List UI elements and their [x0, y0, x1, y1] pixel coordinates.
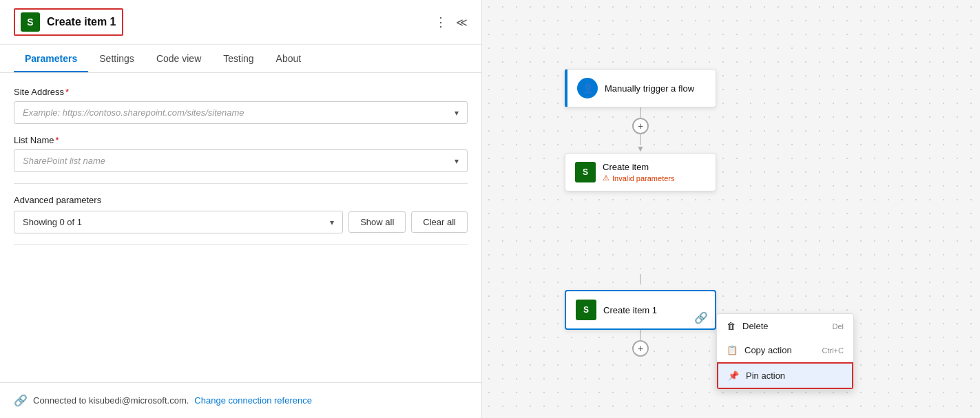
- delete-label: Delete: [742, 321, 769, 331]
- tab-settings[interactable]: Settings: [88, 45, 145, 72]
- flow-canvas: 👤 Manually trigger a flow + ▼ S Create i…: [482, 0, 980, 418]
- sharepoint-icon: S: [21, 12, 40, 32]
- create-item-node[interactable]: S Create item ⚠ Invalid parameters: [565, 153, 716, 191]
- divider-1: [14, 183, 468, 184]
- pin-item-left: 📌 Pin action: [728, 370, 785, 381]
- show-all-button[interactable]: Show all: [348, 211, 406, 233]
- tab-testing[interactable]: Testing: [212, 45, 264, 72]
- pin-label: Pin action: [746, 370, 785, 381]
- divider-2: [14, 244, 468, 245]
- collapse-button[interactable]: ≪: [456, 16, 468, 29]
- create-item-1-node[interactable]: S Create item 1 🔗: [565, 290, 716, 330]
- panel-content: Site Address * Example: https://contoso.…: [0, 73, 481, 382]
- line-1: [640, 107, 641, 118]
- panel-header: S Create item 1 ⋮ ≪: [0, 0, 481, 45]
- left-panel: S Create item 1 ⋮ ≪ Parameters Settings …: [0, 0, 482, 418]
- line-3: [640, 274, 641, 284]
- list-name-chevron: ▾: [455, 156, 459, 166]
- context-menu-pin[interactable]: 📌 Pin action: [717, 362, 853, 389]
- delete-shortcut: Del: [832, 322, 844, 331]
- trigger-node-label: Manually trigger a flow: [605, 83, 694, 94]
- tab-parameters[interactable]: Parameters: [14, 45, 88, 72]
- context-menu: 🗑 Delete Del 📋 Copy action Ctrl+C 📌 Pin …: [716, 313, 854, 390]
- create-item-content: Create item ⚠ Invalid parameters: [603, 162, 675, 182]
- site-address-chevron: ▾: [455, 108, 459, 118]
- connector-3: +: [632, 330, 649, 357]
- flow-container: 👤 Manually trigger a flow + ▼ S Create i…: [565, 69, 716, 357]
- create-item-icon: S: [575, 162, 596, 182]
- context-menu-copy[interactable]: 📋 Copy action Ctrl+C: [717, 338, 853, 362]
- connection-icon: 🔗: [14, 394, 28, 407]
- list-required-star: *: [56, 135, 59, 145]
- add-step-button-1[interactable]: +: [632, 118, 649, 134]
- copy-shortcut: Ctrl+C: [822, 346, 844, 355]
- copy-item-left: 📋 Copy action: [727, 345, 792, 355]
- advanced-showing-text: Showing 0 of 1: [23, 217, 82, 227]
- add-step-button-2[interactable]: +: [632, 340, 649, 357]
- copy-icon: 📋: [727, 345, 738, 355]
- site-address-label: Site Address *: [14, 87, 468, 97]
- panel-title: Create item 1: [47, 16, 116, 28]
- create-item-1-icon: S: [576, 300, 596, 320]
- site-address-placeholder: Example: https://contoso.sharepoint.com/…: [23, 107, 244, 118]
- pin-icon: 📌: [728, 370, 739, 381]
- advanced-chevron: ▾: [330, 218, 334, 227]
- panel-header-actions: ⋮ ≪: [435, 14, 468, 30]
- connection-text: Connected to kisubedi@microsoft.com.: [33, 395, 189, 406]
- trigger-node-icon: 👤: [577, 78, 598, 98]
- required-star: *: [65, 87, 69, 97]
- list-name-dropdown[interactable]: SharePoint list name ▾: [14, 149, 468, 172]
- list-name-group: List Name * SharePoint list name ▾: [14, 135, 468, 172]
- create-item-label: Create item: [603, 162, 675, 172]
- tabs-bar: Parameters Settings Code view Testing Ab…: [0, 45, 481, 73]
- connection-footer: 🔗 Connected to kisubedi@microsoft.com. C…: [0, 382, 481, 418]
- arrow-1: ▼: [636, 145, 645, 153]
- create-item-1-label: Create item 1: [603, 305, 657, 315]
- advanced-select-dropdown[interactable]: Showing 0 of 1 ▾: [14, 211, 343, 233]
- connector-2: [640, 274, 641, 284]
- advanced-controls: Showing 0 of 1 ▾ Show all Clear all: [14, 211, 468, 233]
- site-address-dropdown[interactable]: Example: https://contoso.sharepoint.com/…: [14, 101, 468, 124]
- panel-title-area: S Create item 1: [14, 8, 123, 36]
- clear-all-button[interactable]: Clear all: [411, 211, 468, 233]
- advanced-parameters-section: Advanced parameters Showing 0 of 1 ▾ Sho…: [14, 195, 468, 233]
- advanced-label: Advanced parameters: [14, 195, 468, 205]
- line-2: [640, 134, 641, 145]
- change-connection-link[interactable]: Change connection reference: [194, 395, 312, 406]
- link-icon: 🔗: [694, 311, 708, 324]
- delete-icon: 🗑: [727, 321, 736, 331]
- tab-codeview[interactable]: Code view: [145, 45, 212, 72]
- more-options-button[interactable]: ⋮: [435, 14, 448, 30]
- list-name-placeholder: SharePoint list name: [23, 156, 105, 166]
- delete-item-left: 🗑 Delete: [727, 321, 769, 331]
- line-4: [640, 330, 641, 340]
- connector-1: + ▼: [632, 107, 649, 153]
- site-address-group: Site Address * Example: https://contoso.…: [14, 87, 468, 124]
- copy-label: Copy action: [744, 345, 792, 355]
- list-name-label: List Name *: [14, 135, 468, 145]
- tab-about[interactable]: About: [265, 45, 313, 72]
- create-item-sublabel: ⚠ Invalid parameters: [603, 174, 675, 182]
- trigger-node[interactable]: 👤 Manually trigger a flow: [565, 69, 716, 107]
- context-menu-delete[interactable]: 🗑 Delete Del: [717, 314, 853, 338]
